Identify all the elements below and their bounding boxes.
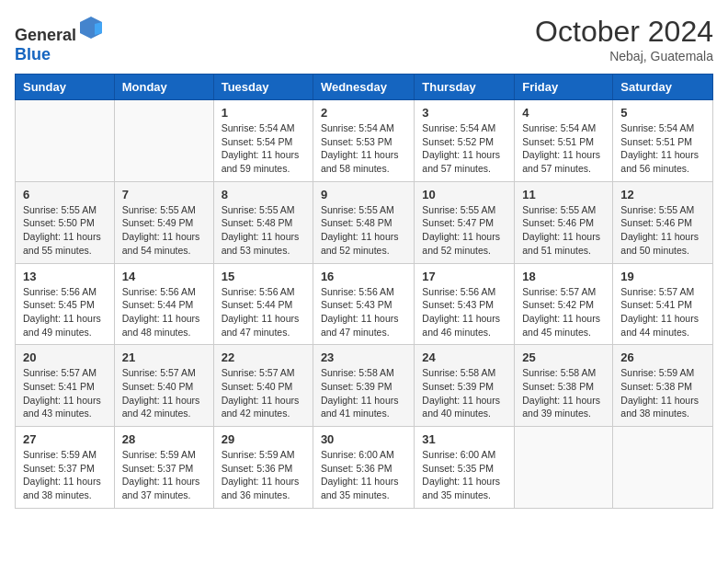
calendar-cell: 1Sunrise: 5:54 AM Sunset: 5:54 PM Daylig…: [213, 100, 313, 182]
day-info: Sunrise: 6:00 AM Sunset: 5:36 PM Dayligh…: [321, 448, 406, 502]
weekday-header-monday: Monday: [114, 75, 213, 100]
day-number: 4: [522, 106, 605, 120]
calendar-cell: 30Sunrise: 6:00 AM Sunset: 5:36 PM Dayli…: [313, 427, 414, 509]
day-info: Sunrise: 5:59 AM Sunset: 5:36 PM Dayligh…: [222, 448, 305, 502]
day-number: 28: [122, 432, 206, 446]
logo-icon: [78, 15, 104, 40]
calendar-week-row: 13Sunrise: 5:56 AM Sunset: 5:45 PM Dayli…: [16, 263, 713, 345]
day-info: Sunrise: 5:57 AM Sunset: 5:40 PM Dayligh…: [122, 366, 206, 420]
logo-general: General: [15, 26, 76, 44]
calendar-cell: 25Sunrise: 5:58 AM Sunset: 5:38 PM Dayli…: [515, 345, 613, 427]
day-info: Sunrise: 5:56 AM Sunset: 5:43 PM Dayligh…: [422, 285, 506, 339]
day-number: 20: [23, 350, 107, 364]
day-number: 25: [522, 350, 605, 364]
calendar-table: SundayMondayTuesdayWednesdayThursdayFrid…: [15, 74, 713, 509]
weekday-header-saturday: Saturday: [613, 75, 713, 100]
day-info: Sunrise: 5:56 AM Sunset: 5:43 PM Dayligh…: [321, 285, 406, 339]
day-number: 13: [23, 270, 107, 283]
calendar-week-row: 1Sunrise: 5:54 AM Sunset: 5:54 PM Daylig…: [16, 100, 713, 182]
day-number: 1: [222, 106, 305, 120]
weekday-header-row: SundayMondayTuesdayWednesdayThursdayFrid…: [16, 75, 713, 100]
day-info: Sunrise: 5:54 AM Sunset: 5:51 PM Dayligh…: [620, 121, 705, 176]
calendar-cell: 27Sunrise: 5:59 AM Sunset: 5:37 PM Dayli…: [16, 427, 115, 509]
calendar-cell: 8Sunrise: 5:55 AM Sunset: 5:48 PM Daylig…: [213, 181, 313, 263]
calendar-cell: 16Sunrise: 5:56 AM Sunset: 5:43 PM Dayli…: [313, 263, 414, 345]
day-info: Sunrise: 5:59 AM Sunset: 5:37 PM Dayligh…: [23, 448, 107, 502]
calendar-cell: 11Sunrise: 5:55 AM Sunset: 5:46 PM Dayli…: [515, 181, 613, 263]
day-info: Sunrise: 5:54 AM Sunset: 5:53 PM Dayligh…: [321, 121, 406, 176]
day-info: Sunrise: 5:56 AM Sunset: 5:45 PM Dayligh…: [23, 285, 107, 339]
day-number: 16: [321, 270, 406, 283]
calendar-week-row: 6Sunrise: 5:55 AM Sunset: 5:50 PM Daylig…: [16, 181, 713, 263]
calendar-cell: 26Sunrise: 5:59 AM Sunset: 5:38 PM Dayli…: [613, 345, 713, 427]
day-number: 3: [422, 106, 506, 120]
day-info: Sunrise: 5:54 AM Sunset: 5:54 PM Dayligh…: [222, 121, 305, 176]
calendar-cell: 2Sunrise: 5:54 AM Sunset: 5:53 PM Daylig…: [313, 100, 414, 182]
day-number: 17: [422, 270, 506, 283]
calendar-cell: 4Sunrise: 5:54 AM Sunset: 5:51 PM Daylig…: [515, 100, 613, 182]
calendar-week-row: 27Sunrise: 5:59 AM Sunset: 5:37 PM Dayli…: [16, 427, 713, 509]
month-title: October 2024: [535, 15, 713, 49]
day-info: Sunrise: 5:57 AM Sunset: 5:41 PM Dayligh…: [620, 285, 705, 339]
day-info: Sunrise: 5:59 AM Sunset: 5:38 PM Dayligh…: [620, 366, 705, 420]
calendar-cell: 13Sunrise: 5:56 AM Sunset: 5:45 PM Dayli…: [16, 263, 115, 345]
day-info: Sunrise: 5:57 AM Sunset: 5:41 PM Dayligh…: [23, 366, 107, 420]
day-number: 15: [222, 270, 305, 283]
day-info: Sunrise: 5:57 AM Sunset: 5:42 PM Dayligh…: [522, 285, 605, 339]
calendar-cell: 14Sunrise: 5:56 AM Sunset: 5:44 PM Dayli…: [114, 263, 213, 345]
weekday-header-wednesday: Wednesday: [313, 75, 414, 100]
day-info: Sunrise: 5:57 AM Sunset: 5:40 PM Dayligh…: [222, 366, 305, 420]
calendar-cell: 19Sunrise: 5:57 AM Sunset: 5:41 PM Dayli…: [613, 263, 713, 345]
day-number: 24: [422, 350, 506, 364]
logo: General Blue: [15, 15, 104, 64]
day-info: Sunrise: 5:55 AM Sunset: 5:48 PM Dayligh…: [222, 203, 305, 258]
day-number: 12: [620, 188, 705, 201]
location: Nebaj, Guatemala: [535, 49, 713, 63]
day-number: 19: [620, 270, 705, 283]
day-number: 31: [422, 432, 506, 446]
day-info: Sunrise: 5:55 AM Sunset: 5:46 PM Dayligh…: [620, 203, 705, 258]
calendar-cell: 6Sunrise: 5:55 AM Sunset: 5:50 PM Daylig…: [16, 181, 115, 263]
calendar-cell: 28Sunrise: 5:59 AM Sunset: 5:37 PM Dayli…: [114, 427, 213, 509]
day-number: 5: [620, 106, 705, 120]
calendar-cell: 24Sunrise: 5:58 AM Sunset: 5:39 PM Dayli…: [415, 345, 515, 427]
day-info: Sunrise: 5:58 AM Sunset: 5:39 PM Dayligh…: [321, 366, 406, 420]
day-info: Sunrise: 5:55 AM Sunset: 5:46 PM Dayligh…: [522, 203, 605, 258]
calendar-cell: [613, 427, 713, 509]
day-number: 8: [222, 188, 305, 201]
day-info: Sunrise: 5:58 AM Sunset: 5:39 PM Dayligh…: [422, 366, 506, 420]
weekday-header-tuesday: Tuesday: [213, 75, 313, 100]
day-number: 11: [522, 188, 605, 201]
day-info: Sunrise: 5:59 AM Sunset: 5:37 PM Dayligh…: [122, 448, 206, 502]
calendar-week-row: 20Sunrise: 5:57 AM Sunset: 5:41 PM Dayli…: [16, 345, 713, 427]
calendar-cell: 17Sunrise: 5:56 AM Sunset: 5:43 PM Dayli…: [415, 263, 515, 345]
day-info: Sunrise: 5:55 AM Sunset: 5:47 PM Dayligh…: [422, 203, 506, 258]
day-number: 23: [321, 350, 406, 364]
calendar-cell: 18Sunrise: 5:57 AM Sunset: 5:42 PM Dayli…: [515, 263, 613, 345]
day-number: 14: [122, 270, 206, 283]
calendar-cell: 23Sunrise: 5:58 AM Sunset: 5:39 PM Dayli…: [313, 345, 414, 427]
day-info: Sunrise: 5:56 AM Sunset: 5:44 PM Dayligh…: [122, 285, 206, 339]
calendar-cell: 5Sunrise: 5:54 AM Sunset: 5:51 PM Daylig…: [613, 100, 713, 182]
day-number: 27: [23, 432, 107, 446]
day-number: 7: [122, 188, 206, 201]
calendar-cell: 10Sunrise: 5:55 AM Sunset: 5:47 PM Dayli…: [415, 181, 515, 263]
day-number: 2: [321, 106, 406, 120]
calendar-cell: 3Sunrise: 5:54 AM Sunset: 5:52 PM Daylig…: [415, 100, 515, 182]
day-number: 26: [620, 350, 705, 364]
day-number: 9: [321, 188, 406, 201]
day-info: Sunrise: 5:54 AM Sunset: 5:51 PM Dayligh…: [522, 121, 605, 176]
logo-blue: Blue: [15, 45, 51, 63]
calendar-cell: [16, 100, 115, 182]
page-header: General Blue October 2024 Nebaj, Guatema…: [15, 15, 713, 64]
day-number: 21: [122, 350, 206, 364]
day-info: Sunrise: 5:54 AM Sunset: 5:52 PM Dayligh…: [422, 121, 506, 176]
calendar-cell: 9Sunrise: 5:55 AM Sunset: 5:48 PM Daylig…: [313, 181, 414, 263]
day-info: Sunrise: 6:00 AM Sunset: 5:35 PM Dayligh…: [422, 448, 506, 502]
day-number: 18: [522, 270, 605, 283]
weekday-header-friday: Friday: [515, 75, 613, 100]
day-number: 6: [23, 188, 107, 201]
calendar-cell: 7Sunrise: 5:55 AM Sunset: 5:49 PM Daylig…: [114, 181, 213, 263]
calendar-cell: [515, 427, 613, 509]
day-info: Sunrise: 5:56 AM Sunset: 5:44 PM Dayligh…: [222, 285, 305, 339]
